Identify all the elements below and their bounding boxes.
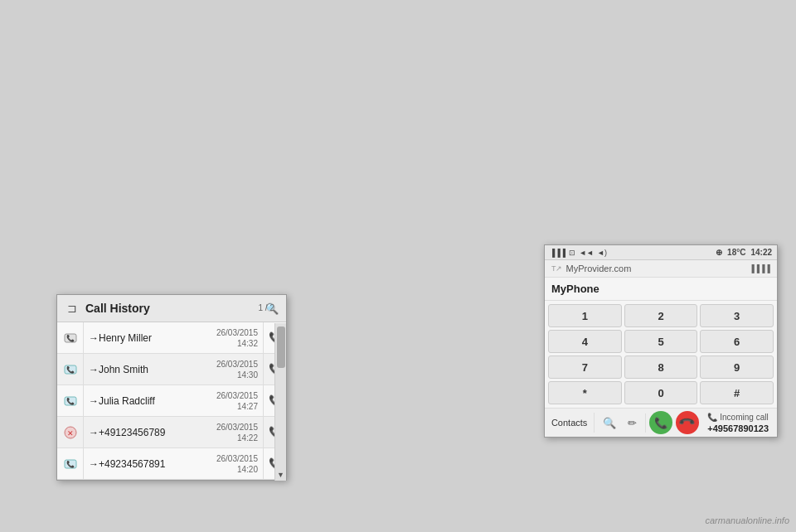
back-icon[interactable]: ⊐: [64, 300, 80, 317]
call-details-2: →John Smith 26/03/201514:30: [84, 359, 263, 380]
status-bar-left: ▐▐▐ ⊡ ◄◄ ◄): [550, 249, 607, 257]
dialpad-grid: 1 2 3 4 5 6 7 8 9 * 0 #: [548, 304, 774, 404]
scroll-down-arrow-icon[interactable]: ▼: [277, 471, 284, 479]
temperature-display: 18°C: [727, 248, 745, 257]
dialpad-key-3[interactable]: 3: [700, 304, 774, 327]
call-item[interactable]: 📞 →John Smith 26/03/201514:30 📞: [57, 354, 286, 385]
phone-bottom-bar: Contacts 🔍 ✏ 📞 📞 📞 Incoming call +495678…: [545, 408, 777, 437]
page-indicator: 1 / 2: [259, 303, 274, 312]
phone-status-bar: ▐▐▐ ⊡ ◄◄ ◄) ⊕ 18°C 14:22: [545, 245, 777, 260]
answer-call-button[interactable]: 📞: [649, 411, 672, 434]
call-details-1: →Henry Miller 26/03/201514:32: [84, 327, 263, 349]
phone-name: MyPhone: [551, 283, 599, 295]
call-details-5: →+49234567891 26/03/201514:20: [84, 453, 263, 475]
signal-icon: ▐▐▐: [550, 249, 565, 257]
dialpad-key-1[interactable]: 1: [548, 304, 622, 327]
contacts-button[interactable]: Contacts: [545, 413, 595, 433]
add-contact-icon[interactable]: ✏: [624, 414, 640, 433]
scrollbar-thumb[interactable]: [277, 326, 285, 368]
search-contact-icon[interactable]: 🔍: [599, 414, 619, 433]
call-name-3: →Julia Radcliff: [89, 395, 155, 407]
call-datetime-2: 26/03/201514:30: [216, 359, 258, 380]
call-name-1: →Henry Miller: [89, 332, 152, 344]
phone-panel: ▐▐▐ ⊡ ◄◄ ◄) ⊕ 18°C 14:22 T↗ MyProvider.c…: [544, 244, 778, 438]
call-details-4: →+49123456789 26/03/201514:22: [84, 422, 263, 443]
dialpad-key-7[interactable]: 7: [548, 355, 622, 379]
call-item[interactable]: ✕ →+49123456789 26/03/201514:22 📞: [57, 417, 286, 448]
call-datetime-4: 26/03/201514:22: [216, 422, 258, 443]
scrollbar[interactable]: ▼: [274, 323, 286, 481]
watermark: carmanualonline.info: [705, 515, 789, 525]
call-type-incoming-icon-2: 📞: [57, 385, 84, 417]
time-display: 14:22: [750, 248, 772, 257]
end-call-button[interactable]: 📞: [671, 406, 704, 439]
call-controls: 📞 📞 📞 Incoming call +49567890123: [646, 409, 777, 437]
dialpad-key-4[interactable]: 4: [548, 330, 622, 353]
call-datetime-1: 26/03/201514:32: [216, 327, 258, 349]
svg-text:📞: 📞: [66, 334, 75, 342]
call-list: 📞 →Henry Miller 26/03/201514:32 📞 📞 →Joh…: [57, 322, 286, 480]
call-history-panel: ⊐ Call History 🔍 📞 →Henry Miller 26/03/2…: [56, 294, 287, 481]
dialpad-key-star[interactable]: *: [548, 381, 622, 404]
battery-icon: ⊡: [569, 249, 575, 257]
call-history-title: Call History: [85, 302, 150, 315]
svg-text:📞: 📞: [66, 365, 75, 374]
icon-buttons: 🔍 ✏: [595, 414, 646, 433]
dialpad-key-2[interactable]: 2: [624, 304, 698, 327]
phone-name-row: MyPhone: [545, 278, 777, 301]
gps-icon: ⊕: [716, 248, 722, 257]
call-type-missed-icon: ✕: [57, 417, 84, 448]
dialpad-key-hash[interactable]: #: [700, 381, 774, 404]
dialpad-area: 1 2 3 4 5 6 7 8 9 * 0 #: [545, 301, 777, 408]
incoming-call-label: 📞 Incoming call: [707, 413, 769, 422]
provider-name: MyProvider.com: [566, 264, 632, 273]
signal-small-icon: T↗: [551, 264, 563, 273]
svg-text:✕: ✕: [67, 429, 74, 438]
call-item[interactable]: 📞 →Julia Radcliff 26/03/201514:27 📞: [57, 385, 286, 417]
incoming-number: +49567890123: [707, 423, 769, 433]
call-name-2: →John Smith: [89, 364, 148, 375]
speaker-icon: ◄): [597, 249, 607, 257]
provider-info: T↗ MyProvider.com: [551, 264, 631, 273]
svg-text:📞: 📞: [66, 397, 75, 405]
call-type-incoming-icon: 📞: [57, 354, 84, 385]
call-type-incoming-icon-3: 📞: [57, 448, 84, 480]
phone-provider-bar: T↗ MyProvider.com ▐▐▐▐: [545, 260, 777, 278]
call-item[interactable]: 📞 →Henry Miller 26/03/201514:32 📞: [57, 322, 286, 354]
call-datetime-5: 26/03/201514:20: [216, 453, 258, 475]
call-type-outgoing-icon: 📞: [57, 322, 84, 354]
call-datetime-3: 26/03/201514:27: [216, 390, 258, 412]
phone-small-icon: 📞: [707, 413, 717, 422]
status-bar-right: ⊕ 18°C 14:22: [716, 248, 772, 257]
call-item[interactable]: 📞 →+49234567891 26/03/201514:20 📞: [57, 448, 286, 480]
call-history-header-left: ⊐ Call History: [64, 300, 150, 317]
incoming-call-area: 📞 Incoming call +49567890123: [702, 409, 774, 437]
call-name-5: →+49234567891: [89, 458, 165, 470]
svg-text:📞: 📞: [66, 460, 75, 468]
signal-strength-icon: ▐▐▐▐: [749, 264, 770, 273]
dialpad-key-0[interactable]: 0: [624, 381, 698, 404]
call-name-4: →+49123456789: [89, 427, 165, 438]
call-details-3: →Julia Radcliff 26/03/201514:27: [84, 390, 263, 412]
dialpad-key-8[interactable]: 8: [624, 355, 698, 379]
dialpad-key-5[interactable]: 5: [624, 330, 698, 353]
call-history-header: ⊐ Call History 🔍: [57, 295, 286, 322]
dialpad-key-9[interactable]: 9: [700, 355, 774, 379]
media-prev-icon: ◄◄: [579, 249, 594, 257]
dialpad-key-6[interactable]: 6: [700, 330, 774, 353]
